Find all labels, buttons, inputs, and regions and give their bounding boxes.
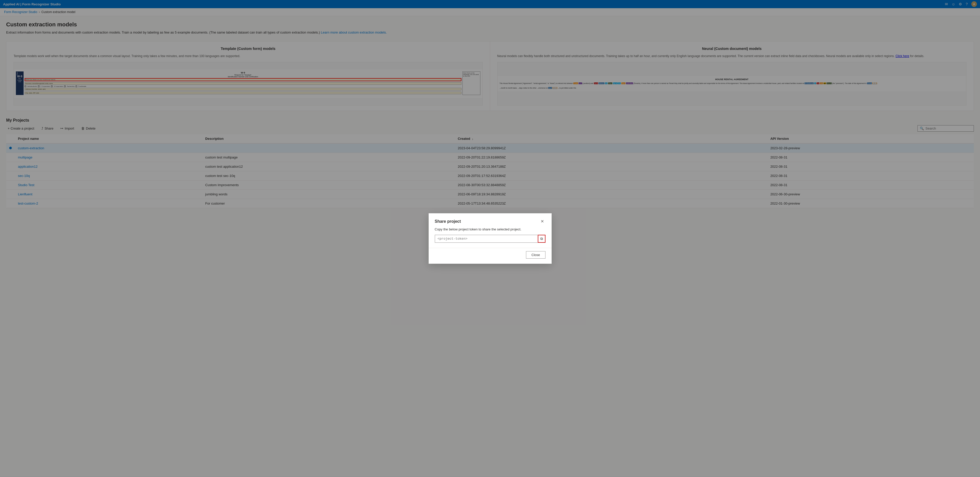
modal-footer: Close <box>429 248 552 264</box>
modal-overlay[interactable]: Share project ✕ Copy the below project t… <box>0 0 980 476</box>
modal-description: Copy the below project token to share th… <box>435 227 546 231</box>
modal-header: Share project ✕ <box>429 213 552 227</box>
modal-close-button[interactable]: ✕ <box>539 219 546 224</box>
copy-token-button[interactable]: ⧉ <box>538 235 546 243</box>
project-token-input[interactable] <box>435 235 538 243</box>
modal-body: Copy the below project token to share th… <box>429 227 552 248</box>
modal-title: Share project <box>435 219 461 224</box>
copy-icon: ⧉ <box>540 236 543 241</box>
token-input-row: ⧉ <box>435 235 546 243</box>
share-project-modal: Share project ✕ Copy the below project t… <box>429 213 552 264</box>
modal-close-btn[interactable]: Close <box>526 251 545 258</box>
